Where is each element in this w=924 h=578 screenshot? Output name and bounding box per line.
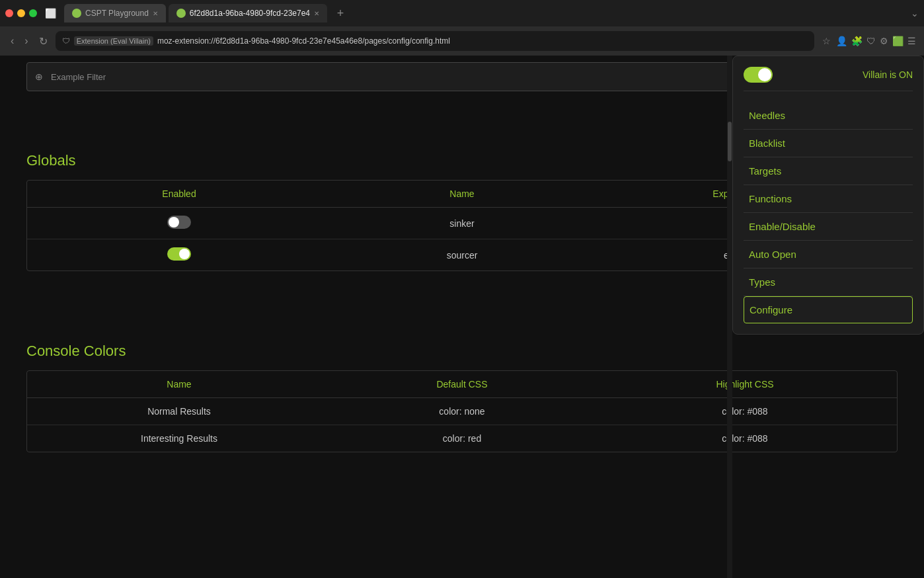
input-placeholder-text: Example Filter [51,72,790,82]
console-normal-default-css: color: none [321,406,603,417]
account-icon[interactable]: 👤 [836,36,847,46]
security-icon: 🛡 [62,36,70,46]
extensions-icon[interactable]: 🧩 [851,36,863,46]
sidebar-item-enable-disable[interactable]: Enable/Disable [744,213,913,241]
console-normal-name: Normal Results [38,406,321,417]
toggle-track-sourcer[interactable] [167,247,191,261]
forward-button[interactable]: › [22,32,30,50]
addon-icon[interactable]: ⚙ [880,36,888,46]
console-normal-highlight-css: color: #088 [603,406,886,417]
console-table-header: Name Default CSS Highlight CSS [27,371,897,398]
tab-close-extension[interactable]: ✕ [314,10,319,17]
villain-label: Villain is ON [863,69,913,80]
console-row-interesting: Interesting Results color: red color: #0… [27,425,897,452]
toggle-thumb-sourcer [179,249,190,259]
villain-toggle[interactable] [744,67,773,83]
console-col-highlight-css: Highlight CSS [603,379,886,390]
globals-sinker-enabled [38,216,321,231]
toggle-sinker[interactable] [38,216,321,229]
tab-favicon-cspt [72,9,81,18]
page-layout: ⊕ Example Filter // example/export/... ⊗… [0,56,924,578]
toggle-thumb-sinker [169,217,179,227]
console-colors-title: Console Colors [26,343,898,360]
scrollbar[interactable] [727,56,732,578]
tab-favicon-extension [176,9,186,18]
toggle-sourcer[interactable] [38,247,321,261]
minimize-window-button[interactable] [17,9,25,17]
input-search-icon: ⊕ [35,71,43,82]
console-col-default-css: Default CSS [321,379,603,390]
globals-col-name: Name [321,188,603,199]
scrollbar-thumb[interactable] [728,122,732,161]
console-colors-table: Name Default CSS Highlight CSS Normal Re… [26,370,898,452]
villain-icon[interactable]: 🟩 [892,36,904,46]
sidebar-item-auto-open[interactable]: Auto Open [744,241,913,268]
nav-bar: ‹ › ↻ 🛡 Extension (Eval Villain) moz-ext… [0,26,924,56]
villain-toggle-thumb [758,68,771,81]
globals-col-enabled: Enabled [38,188,321,199]
extension-badge: Extension (Eval Villain) [74,36,153,46]
tab-label-extension: 6f2d8d1a-96ba-4980-9fcd-23e7e4 [190,9,310,18]
address-bar[interactable]: 🛡 Extension (Eval Villain) moz-extension… [56,31,814,51]
console-row-normal: Normal Results color: none color: #088 [27,398,897,425]
traffic-lights [5,9,37,17]
sidebar-item-blacklist[interactable]: Blacklist [744,130,913,157]
console-colors-section: Console Colors Name Default CSS Highligh… [26,343,898,452]
tab-bar: ⬜ CSPT Playground ✕ 6f2d8d1a-96ba-4980-9… [0,0,924,26]
address-text: moz-extension://6f2d8d1a-96ba-4980-9fcd-… [157,36,808,46]
tab-label-cspt: CSPT Playground [85,9,149,18]
tab-extension[interactable]: 6f2d8d1a-96ba-4980-9fcd-23e7e4 ✕ [169,4,327,22]
tab-cspt-playground[interactable]: CSPT Playground ✕ [64,4,166,22]
window-icon: ⬜ [45,8,56,19]
console-interesting-default-css: color: red [321,433,603,444]
reload-button[interactable]: ↻ [36,32,50,50]
back-button[interactable]: ‹ [8,32,17,50]
console-col-name: Name [38,379,321,390]
bookmark-icon[interactable]: ☆ [822,36,831,46]
console-interesting-highlight-css: color: #088 [603,433,886,444]
toggle-track-sinker[interactable] [167,216,191,229]
toolbar-icons: 👤 🧩 🛡 ⚙ 🟩 ☰ [836,36,916,46]
sidebar-item-configure[interactable]: Configure [744,296,913,323]
villain-toggle-row: Villain is ON [744,67,913,91]
console-interesting-name: Interesting Results [38,433,321,444]
new-tab-button[interactable]: + [332,5,348,21]
sidebar-item-types[interactable]: Types [744,268,913,296]
sidebar-item-functions[interactable]: Functions [744,185,913,213]
tab-close-cspt[interactable]: ✕ [153,10,158,17]
close-window-button[interactable] [5,9,13,17]
menu-icon[interactable]: ☰ [907,36,916,46]
shield-icon[interactable]: 🛡 [866,36,876,46]
sidebar-item-needles[interactable]: Needles [744,102,913,130]
sidebar-popup: Villain is ON Needles Blacklist Targets … [732,56,924,335]
sidebar-item-targets[interactable]: Targets [744,157,913,185]
maximize-window-button[interactable] [29,9,37,17]
globals-sourcer-name: sourcer [321,250,603,261]
globals-sinker-name: sinker [321,218,603,229]
tab-expand-icon: ⌄ [911,8,919,19]
browser-chrome: ⬜ CSPT Playground ✕ 6f2d8d1a-96ba-4980-9… [0,0,924,56]
globals-sourcer-enabled [38,247,321,263]
